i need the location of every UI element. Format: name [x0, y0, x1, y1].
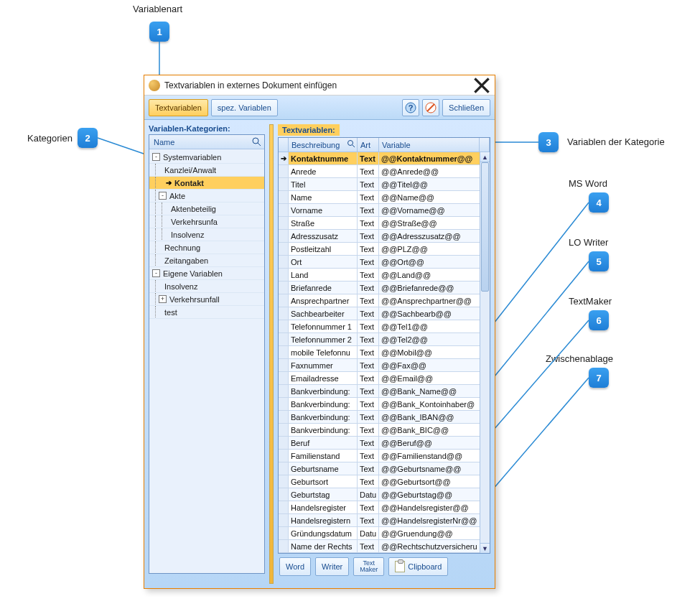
cell-variable: @@Geburtsort@@: [379, 475, 490, 488]
table-row[interactable]: Telefonnummer 1Text@@Tel1@@: [279, 320, 490, 333]
grid-header-art[interactable]: Art: [358, 138, 379, 152]
splitter[interactable]: [269, 124, 274, 584]
cell-variable: @@Geburtstag@@: [379, 488, 490, 501]
table-row[interactable]: TitelText@@Titel@@: [279, 178, 490, 191]
table-row[interactable]: StraßeText@@Straße@@: [279, 217, 490, 230]
table-row[interactable]: OrtText@@Ort@@: [279, 256, 490, 269]
row-indicator: [279, 437, 289, 449]
category-tree: Name -SystemvariablenKanzlei/Anwalt➔Kont…: [149, 134, 265, 574]
table-row[interactable]: FamilienstandText@@Familienstand@@: [279, 450, 490, 462]
table-row[interactable]: Bankverbindung:Text@@Bank_Kontoinhaber@: [279, 398, 490, 411]
current-row-arrow-icon: ➔: [164, 179, 173, 187]
tree-item-label: Verkehrsunfa: [171, 218, 218, 226]
row-indicator: [279, 191, 289, 203]
tree-item[interactable]: Insolvenz: [149, 280, 264, 293]
collapse-icon[interactable]: -: [152, 153, 160, 161]
table-row[interactable]: Bankverbindung:Text@@Bank_BIC@@: [279, 424, 490, 437]
tree-item[interactable]: Aktenbeteilig: [149, 203, 264, 215]
table-row[interactable]: Bankverbindung:Text@@Bank_IBAN@@: [279, 411, 490, 424]
tree-item[interactable]: Kanzlei/Anwalt: [149, 164, 264, 177]
tree-item[interactable]: Zeitangaben: [149, 254, 264, 267]
row-indicator: [279, 178, 289, 190]
tree-item[interactable]: -Eigene Variablen: [149, 267, 264, 280]
table-row[interactable]: BriefanredeText@@Briefanrede@@: [279, 282, 490, 294]
table-row[interactable]: GeburtsortText@@Geburtsort@@: [279, 475, 490, 488]
toolbar: Textvariablen spez. Variablen ? Schließe…: [144, 96, 495, 120]
tree-item[interactable]: -Akte: [149, 190, 264, 203]
table-row[interactable]: BerufText@@Beruf@@: [279, 437, 490, 450]
table-row[interactable]: mobile TelefonnuText@@Mobil@@: [279, 346, 490, 359]
table-row[interactable]: GeburtstagDatu@@Geburtstag@@: [279, 488, 490, 501]
table-row[interactable]: Telefonnummer 2Text@@Tel2@@: [279, 333, 490, 346]
vertical-scrollbar[interactable]: ▲ ▼: [480, 152, 490, 553]
table-row[interactable]: GeburtsnameText@@Geburtsname@@: [279, 462, 490, 475]
row-indicator: [279, 540, 289, 552]
table-row[interactable]: ➔KontaktnummeText@@Kontaktnummer@@: [279, 152, 490, 165]
table-row[interactable]: AnredeText@@Anrede@@: [279, 165, 490, 178]
table-row[interactable]: AdresszusatzText@@Adresszusatz@@: [279, 230, 490, 243]
row-indicator: [279, 320, 289, 332]
cell-description: Postleitzahl: [289, 243, 358, 255]
grid-header-rowselector[interactable]: [279, 138, 289, 152]
grid-header-var[interactable]: Variable: [379, 138, 480, 152]
collapse-icon[interactable]: -: [159, 192, 167, 200]
callout-bubble-7: 7: [589, 368, 609, 388]
svg-point-13: [348, 141, 353, 146]
grid-header-desc[interactable]: Beschreibung: [289, 138, 358, 152]
cell-art: Text: [358, 385, 379, 397]
cell-description: Geburtsname: [289, 462, 358, 475]
cell-variable: @@Bank_Kontoinhaber@: [379, 398, 490, 410]
table-row[interactable]: LandText@@Land@@: [279, 269, 490, 282]
tree-item[interactable]: test: [149, 306, 264, 319]
tree-item-label: Verkehrsunfall: [169, 295, 220, 304]
tree-item[interactable]: +Verkehrsunfall: [149, 293, 264, 306]
table-row[interactable]: EmailadresseText@@Email@@: [279, 372, 490, 385]
grid-header-desc-label: Beschreibung: [291, 141, 340, 149]
word-button[interactable]: Word: [279, 557, 311, 576]
table-row[interactable]: AnsprechpartnerText@@Ansprechpartner@@: [279, 294, 490, 307]
dialog-body: Variablen-Kategorien: Name -Systemvariab…: [144, 120, 495, 588]
scroll-down-button[interactable]: ▼: [480, 543, 490, 553]
table-row[interactable]: VornameText@@Vorname@@: [279, 204, 490, 217]
tab-spez-variablen[interactable]: spez. Variablen: [211, 99, 278, 116]
cancel-button[interactable]: [422, 99, 439, 116]
tree-header[interactable]: Name: [149, 135, 264, 149]
table-row[interactable]: PostleitzahlText@@PLZ@@: [279, 243, 490, 256]
cell-description: Gründungsdatum: [289, 527, 358, 539]
cell-description: Geburtsort: [289, 475, 358, 488]
tab-textvariablen[interactable]: Textvariablen: [149, 99, 208, 116]
expand-icon[interactable]: +: [159, 295, 167, 303]
cell-art: Text: [358, 152, 379, 164]
tree-item[interactable]: ➔Kontakt: [149, 177, 264, 190]
scroll-thumb[interactable]: [481, 162, 489, 292]
callout-label-4: MS Word: [569, 178, 607, 189]
callout-bubble-6: 6: [589, 310, 609, 330]
tree-header-label: Name: [154, 138, 174, 146]
tree-item[interactable]: Insolvenz: [149, 228, 264, 241]
window-close-button[interactable]: [473, 78, 490, 93]
table-row[interactable]: GründungsdatumDatu@@Gruendung@@: [279, 527, 490, 540]
tree-rows: -SystemvariablenKanzlei/Anwalt➔Kontakt-A…: [149, 149, 264, 320]
table-row[interactable]: SachbearbeiterText@@Sachbearb@@: [279, 307, 490, 320]
tree-item[interactable]: Rechnung: [149, 241, 264, 254]
scroll-up-button[interactable]: ▲: [480, 152, 490, 162]
clipboard-icon: [395, 561, 405, 572]
table-row[interactable]: NameText@@Name@@: [279, 191, 490, 204]
collapse-icon[interactable]: -: [152, 269, 160, 277]
table-row[interactable]: FaxnummerText@@Fax@@: [279, 359, 490, 372]
table-row[interactable]: HandelsregisternText@@HandelsregisterNr@…: [279, 514, 490, 527]
cell-art: Text: [358, 398, 379, 410]
close-button[interactable]: Schließen: [442, 99, 490, 116]
writer-button[interactable]: Writer: [315, 557, 349, 576]
tree-item[interactable]: Verkehrsunfa: [149, 215, 264, 228]
table-row[interactable]: Name der RechtsText@@Rechtschutzversiche…: [279, 540, 490, 553]
cell-description: Ort: [289, 256, 358, 268]
tree-item-label: Aktenbeteilig: [171, 205, 216, 213]
table-row[interactable]: Bankverbindung:Text@@Bank_Name@@: [279, 385, 490, 398]
tree-item[interactable]: -Systemvariablen: [149, 151, 264, 164]
cell-art: Text: [358, 514, 379, 526]
table-row[interactable]: HandelsregisterText@@Handelsregister@@: [279, 501, 490, 514]
help-button[interactable]: ?: [402, 99, 419, 116]
textmaker-button[interactable]: Text Maker: [353, 557, 384, 576]
clipboard-button[interactable]: Clipboard: [388, 557, 448, 576]
